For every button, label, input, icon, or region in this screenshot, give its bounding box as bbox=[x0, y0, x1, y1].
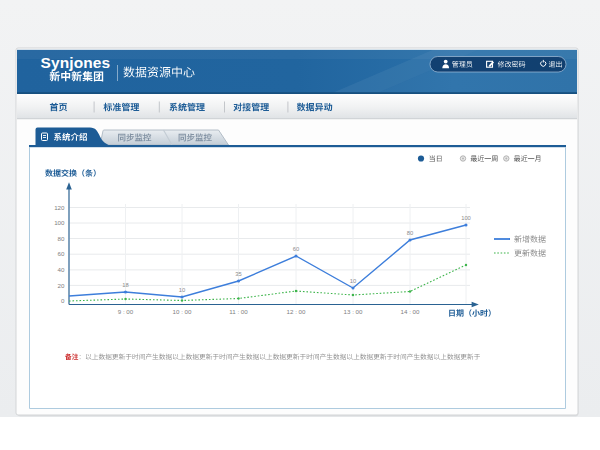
svg-text:100: 100 bbox=[461, 215, 471, 221]
svg-text:14 : 00: 14 : 00 bbox=[401, 308, 420, 315]
svg-text:100: 100 bbox=[54, 219, 65, 226]
svg-text:80: 80 bbox=[58, 235, 65, 242]
svg-text:13 : 00: 13 : 00 bbox=[344, 308, 363, 315]
svg-text:11 : 00: 11 : 00 bbox=[229, 308, 248, 315]
svg-text:10: 10 bbox=[350, 278, 356, 284]
svg-text:9 : 00: 9 : 00 bbox=[118, 308, 134, 315]
svg-text:18: 18 bbox=[122, 282, 128, 288]
svg-text:12 : 00: 12 : 00 bbox=[287, 308, 306, 315]
svg-text:10: 10 bbox=[179, 287, 185, 293]
svg-text:60: 60 bbox=[58, 250, 65, 257]
svg-text:Synjones: Synjones bbox=[41, 54, 111, 71]
svg-text:35: 35 bbox=[235, 271, 241, 277]
svg-text:0: 0 bbox=[61, 297, 65, 304]
svg-text:120: 120 bbox=[54, 204, 65, 211]
svg-text:60: 60 bbox=[293, 246, 299, 252]
svg-text:10 : 00: 10 : 00 bbox=[173, 308, 192, 315]
svg-text:20: 20 bbox=[58, 282, 65, 289]
svg-text:40: 40 bbox=[58, 266, 65, 273]
svg-text:80: 80 bbox=[407, 230, 413, 236]
